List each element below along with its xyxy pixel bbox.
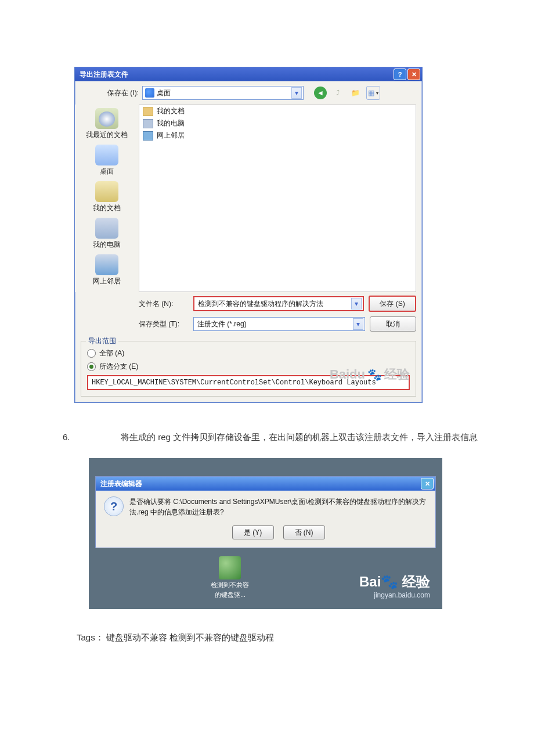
list-item-label: 网上邻居 [157, 131, 185, 141]
places-label: 网上邻居 [93, 276, 121, 286]
filetype-select[interactable]: 注册文件 (*.reg) ▾ [193, 317, 365, 331]
network-icon [143, 131, 153, 141]
confirm-message: 是否确认要将 C:\Documents and Settings\XPMUser… [129, 496, 427, 517]
tag: 键盘驱动不兼容 [106, 632, 167, 642]
places-label: 桌面 [100, 167, 114, 177]
filetype-value: 注册文件 (*.reg) [197, 319, 353, 329]
view-menu-icon[interactable]: ▦▾ [366, 86, 380, 100]
desktop-icon [145, 88, 154, 98]
export-range-legend: 导出范围 [86, 336, 118, 346]
up-one-level-icon[interactable]: ⤴ [331, 87, 344, 99]
dialog-title: 注册表编辑器 [100, 479, 420, 489]
location-dropdown[interactable]: 桌面 ▾ [142, 86, 304, 100]
tags-label: Tags： [77, 632, 104, 642]
save-button[interactable]: 保存 (S) [369, 296, 416, 312]
toolbar-icons: ◄ ⤴ 📁 ▦▾ [314, 86, 380, 100]
places-recent[interactable]: 我最近的文档 [75, 108, 139, 140]
list-item-label: 我的电脑 [157, 118, 185, 128]
filename-value: 检测到不兼容的键盘驱动程序的解决方法 [198, 299, 351, 309]
export-all-radio[interactable]: 全部 (A) [87, 348, 410, 358]
chevron-down-icon[interactable]: ▾ [353, 318, 363, 330]
list-item[interactable]: 我的文档 [139, 105, 416, 117]
location-row: 保存在 (I): 桌面 ▾ ◄ ⤴ 📁 ▦▾ [75, 81, 422, 105]
registry-confirm-dialog: 注册表编辑器 ✕ ? 是否确认要将 C:\Documents and Setti… [95, 476, 436, 548]
back-icon[interactable]: ◄ [314, 87, 327, 99]
reg-file-label: 检测到不兼容 [211, 581, 249, 589]
screenshot-confirm: 注册表编辑器 ✕ ? 是否确认要将 C:\Documents and Setti… [89, 458, 442, 609]
network-neighborhood-icon [95, 254, 118, 275]
location-label: 保存在 (I): [75, 88, 139, 98]
watermark-sub: jingyan.baidu.com [359, 591, 430, 599]
places-network[interactable]: 网上邻居 [75, 254, 139, 286]
watermark: Baidu 🐾 经验 [330, 366, 410, 383]
export-registry-dialog: 导出注册表文件 ? ✕ 保存在 (I): 桌面 ▾ ◄ ⤴ 📁 ▦▾ 我最 [74, 67, 423, 403]
chevron-down-icon[interactable]: ▾ [351, 298, 362, 309]
radio-icon [87, 349, 96, 358]
yes-button[interactable]: 是 (Y) [232, 525, 274, 539]
location-value: 桌面 [154, 88, 291, 98]
recent-documents-icon [95, 108, 118, 129]
cancel-button[interactable]: 取消 [370, 316, 416, 332]
watermark-text: 经验 [384, 366, 410, 383]
my-computer-icon [95, 218, 118, 239]
watermark-brand: Baidu [330, 367, 365, 382]
tags-line: Tags： 键盘驱动不兼容 检测到不兼容的键盘驱动程 [77, 632, 534, 643]
places-label: 我的电脑 [93, 240, 121, 250]
step-number: 6. [63, 432, 74, 443]
list-item[interactable]: 我的电脑 [139, 117, 416, 129]
close-button[interactable]: ✕ [421, 478, 434, 489]
chevron-down-icon[interactable]: ▾ [291, 87, 302, 99]
places-my-documents[interactable]: 我的文档 [75, 181, 139, 213]
places-desktop[interactable]: 桌面 [75, 145, 139, 177]
paw-icon: 🐾 [367, 368, 382, 381]
paw-icon: 🐾 [381, 574, 398, 589]
places-my-computer[interactable]: 我的电脑 [75, 218, 139, 250]
my-documents-icon [95, 181, 118, 202]
folder-icon [143, 107, 153, 116]
export-all-label: 全部 (A) [99, 348, 124, 358]
dialog-title-bar: 导出注册表文件 ? ✕ [75, 67, 422, 81]
step-line: 6. 将生成的 reg 文件拷贝到存储设备里，在出问题的机器上双击该注册表文件，… [63, 432, 534, 443]
places-bar: 我最近的文档 桌面 我的文档 我的电脑 网上邻居 [75, 105, 139, 292]
tag: 检测到不兼容的键盘驱动程 [169, 632, 274, 642]
filename-label: 文件名 (N): [139, 299, 189, 309]
file-list[interactable]: 我的文档 我的电脑 网上邻居 [139, 105, 416, 292]
places-label: 我最近的文档 [86, 130, 128, 140]
new-folder-icon[interactable]: 📁 [349, 87, 362, 99]
watermark: Bai🐾 经验 jingyan.baidu.com [359, 573, 430, 599]
reg-file-icon-block[interactable]: 检测到不兼容 的键盘驱... [211, 556, 249, 599]
filename-input[interactable]: 检测到不兼容的键盘驱动程序的解决方法 ▾ [193, 296, 364, 311]
dialog-title-bar: 注册表编辑器 ✕ [96, 477, 435, 491]
desktop-icon [95, 145, 118, 165]
filetype-label: 保存类型 (T): [139, 319, 189, 329]
close-button[interactable]: ✕ [407, 69, 420, 80]
reg-file-label: 的键盘驱... [215, 591, 246, 599]
filename-row: 文件名 (N): 检测到不兼容的键盘驱动程序的解决方法 ▾ 保存 (S) [139, 296, 416, 312]
export-branch-label: 所选分支 (E) [99, 362, 138, 372]
no-button[interactable]: 否 (N) [283, 525, 325, 539]
step-text: 将生成的 reg 文件拷贝到存储设备里，在出问题的机器上双击该注册表文件，导入注… [121, 432, 478, 443]
list-item-label: 我的文档 [157, 106, 185, 116]
question-icon: ? [104, 496, 124, 516]
radio-icon [87, 362, 96, 371]
export-range-group: 导出范围 全部 (A) 所选分支 (E) HKEY_LOCAL_MACHINE\… [81, 341, 416, 397]
help-button[interactable]: ? [394, 69, 406, 80]
filetype-row: 保存类型 (T): 注册文件 (*.reg) ▾ 取消 [139, 316, 416, 332]
places-label: 我的文档 [93, 203, 121, 213]
watermark-text: 经验 [402, 574, 430, 589]
reg-file-icon [219, 556, 241, 579]
dialog-title: 导出注册表文件 [80, 70, 392, 80]
list-item[interactable]: 网上邻居 [139, 129, 416, 142]
my-computer-icon [143, 119, 153, 128]
